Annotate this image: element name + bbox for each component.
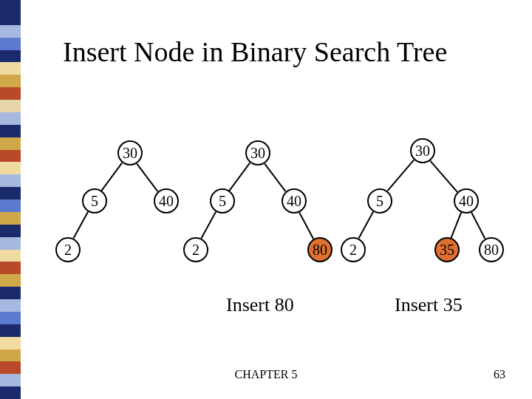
stripe-segment xyxy=(0,100,21,112)
slide-title: Insert Node in Binary Search Tree xyxy=(63,35,447,68)
tree-edge xyxy=(450,212,461,238)
tree-node-label: 5 xyxy=(91,193,98,210)
tree-node-label: 40 xyxy=(287,193,301,210)
tree-node: 40 xyxy=(282,188,307,214)
tree-edge xyxy=(200,211,216,239)
stripe-segment xyxy=(0,250,21,262)
tree-node: 5 xyxy=(367,188,392,214)
stripe-segment xyxy=(0,87,21,100)
stripe-segment xyxy=(0,337,21,349)
stripe-segment xyxy=(0,13,21,25)
tree-node: 40 xyxy=(454,188,479,214)
tree-caption: Insert 80 xyxy=(226,294,294,316)
tree-node: 2 xyxy=(341,237,366,262)
stripe-segment xyxy=(0,187,21,200)
tree-edge xyxy=(358,211,373,239)
tree-edge xyxy=(471,212,485,239)
tree-edge xyxy=(72,211,88,239)
tree-node-label: 5 xyxy=(376,193,383,210)
stripe-segment xyxy=(0,162,21,174)
stripe-segment xyxy=(0,150,21,163)
stripe-segment xyxy=(0,287,21,299)
tree-node-label: 80 xyxy=(484,242,499,259)
stripe-segment xyxy=(0,212,21,225)
stripe-segment xyxy=(0,38,21,50)
tree-node-label: 40 xyxy=(459,193,474,210)
stripe-segment xyxy=(0,62,21,75)
tree-edge xyxy=(430,160,458,193)
footer-page-number: 63 xyxy=(494,368,505,381)
tree-node: 80 xyxy=(479,237,504,262)
tree-node-label: 5 xyxy=(219,193,226,210)
tree-node-label: 2 xyxy=(192,242,200,259)
tree-node: 40 xyxy=(154,188,179,214)
tree-edge xyxy=(100,162,122,191)
tree-node: 30 xyxy=(410,138,435,163)
stripe-segment xyxy=(0,299,21,312)
stripe-segment xyxy=(0,174,21,187)
tree-node: 5 xyxy=(82,188,107,214)
stripe-segment xyxy=(0,274,21,287)
stripe-segment xyxy=(0,112,21,125)
tree-node-label: 80 xyxy=(313,242,327,259)
footer-chapter: CHAPTER 5 xyxy=(0,368,532,381)
stripe-segment xyxy=(0,200,21,212)
decorative-stripe-bar xyxy=(0,0,21,399)
tree-node: 5 xyxy=(210,188,235,214)
tree-node-label: 40 xyxy=(159,193,174,210)
tree-node-label: 2 xyxy=(349,242,357,259)
tree-node-label: 35 xyxy=(440,242,454,259)
tree-node: 30 xyxy=(117,140,143,166)
stripe-segment xyxy=(0,75,21,87)
tree-node: 35 xyxy=(434,237,460,262)
tree-node-label: 30 xyxy=(415,143,430,160)
tree-node-label: 2 xyxy=(64,242,72,259)
tree-edge xyxy=(228,162,250,191)
stripe-segment xyxy=(0,50,21,63)
stripe-segment xyxy=(0,349,21,362)
stripe-segment xyxy=(0,324,21,337)
stripe-segment xyxy=(0,0,21,13)
stripe-segment xyxy=(0,386,21,399)
tree-node: 30 xyxy=(245,140,270,166)
stripe-segment xyxy=(0,237,21,250)
tree-edge xyxy=(265,163,287,192)
stripe-segment xyxy=(0,125,21,137)
stripe-segment xyxy=(0,262,21,274)
tree-edge xyxy=(299,212,314,239)
tree-node: 2 xyxy=(183,237,208,262)
stripe-segment xyxy=(0,225,21,237)
tree-edge xyxy=(386,160,414,191)
tree-node: 2 xyxy=(55,237,81,262)
stripe-segment xyxy=(0,312,21,324)
tree-caption: Insert 35 xyxy=(395,294,463,316)
tree-node-label: 30 xyxy=(250,145,265,162)
stripe-segment xyxy=(0,137,21,150)
tree-node-label: 30 xyxy=(123,145,137,162)
stripe-segment xyxy=(0,25,21,38)
tree-edge xyxy=(137,163,159,192)
tree-node: 80 xyxy=(307,237,332,262)
